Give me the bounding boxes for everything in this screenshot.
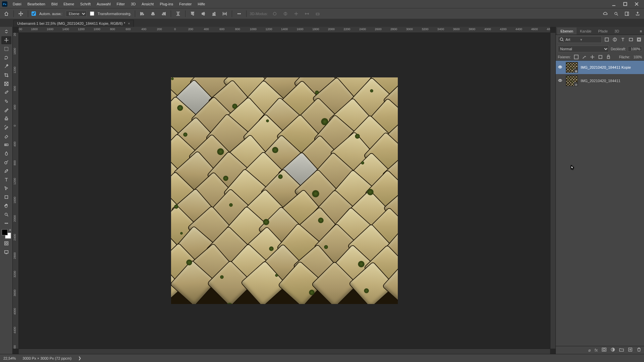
hand-tool[interactable]	[1, 202, 11, 210]
layer-row[interactable]: ▤ IMG_20210420_184411 Kopie	[556, 61, 644, 74]
history-brush-tool[interactable]	[1, 123, 11, 131]
filter-type-icon[interactable]	[620, 37, 626, 43]
menu-filter[interactable]: Filter	[114, 1, 127, 7]
layer-name[interactable]: IMG_20210420_184411 Kopie	[581, 65, 631, 69]
new-layer-icon[interactable]	[628, 347, 633, 353]
menu-bild[interactable]: Bild	[49, 1, 60, 7]
share-icon[interactable]	[634, 10, 641, 17]
eraser-tool[interactable]	[1, 132, 11, 140]
swap-colors-icon[interactable]: ⤭	[9, 228, 11, 232]
layer-filter-dropdown[interactable]: ▾	[558, 36, 602, 43]
layer-thumbnail[interactable]: ▤	[566, 75, 578, 86]
auto-select-checkbox[interactable]	[32, 11, 36, 16]
quickmask-tool[interactable]	[1, 239, 11, 247]
zoom-level[interactable]: 22,54%	[3, 356, 16, 360]
window-restore-button[interactable]	[620, 1, 631, 7]
lock-artboard-icon[interactable]	[598, 55, 603, 59]
group-icon[interactable]	[619, 347, 624, 353]
tab-pfade[interactable]: Pfade	[595, 27, 611, 35]
layer-fx-icon[interactable]: fx	[595, 348, 598, 353]
align-left-icon[interactable]	[139, 10, 146, 17]
screenmode-tool[interactable]	[1, 248, 11, 256]
path-select-tool[interactable]	[1, 184, 11, 192]
lasso-tool[interactable]	[1, 54, 11, 62]
stamp-tool[interactable]	[1, 115, 11, 123]
document-tab[interactable]: Unbenannt-1 bei 22,5% (IMG_20210420_1844…	[13, 20, 134, 27]
blur-tool[interactable]	[1, 149, 11, 158]
visibility-toggle-icon[interactable]	[558, 65, 563, 70]
vertical-scrollbar[interactable]	[550, 33, 555, 349]
dodge-tool[interactable]	[1, 158, 11, 166]
canvas-viewport[interactable]	[19, 33, 550, 349]
move-tool[interactable]	[1, 36, 11, 44]
cloud-docs-icon[interactable]	[602, 10, 609, 17]
workspace-icon[interactable]	[623, 10, 631, 17]
window-minimize-button[interactable]	[608, 1, 619, 7]
shape-tool[interactable]	[1, 193, 11, 201]
menu-ebene[interactable]: Ebene	[61, 1, 77, 7]
more-align-icon[interactable]	[235, 10, 243, 17]
layer-filter-input[interactable]	[566, 38, 579, 42]
add-mask-icon[interactable]	[602, 347, 606, 353]
filter-adjust-icon[interactable]	[612, 37, 618, 43]
align-vcenter-icon[interactable]	[200, 10, 207, 17]
collapse-toolbox-icon[interactable]	[1, 27, 11, 36]
color-swatches[interactable]: ⤭	[2, 229, 11, 239]
align-bottom-icon[interactable]	[210, 10, 218, 17]
tab-kanaele[interactable]: Kanäle	[577, 27, 595, 35]
menu-datei[interactable]: Datei	[10, 1, 24, 7]
document-info[interactable]: 3000 Px × 3000 Px (72 ppcm)	[22, 356, 71, 360]
crop-tool[interactable]	[1, 71, 11, 79]
menu-3d[interactable]: 3D	[128, 1, 138, 7]
visibility-toggle-icon[interactable]	[558, 78, 563, 83]
fill-value[interactable]: 100%	[633, 55, 642, 59]
edit-toolbar-icon[interactable]	[1, 219, 11, 227]
eyedropper-tool[interactable]	[1, 88, 11, 97]
filter-smart-icon[interactable]	[636, 37, 642, 43]
align-hcenter-icon[interactable]	[149, 10, 157, 17]
filter-pixel-icon[interactable]	[604, 37, 610, 43]
menu-auswahl[interactable]: Auswahl	[94, 1, 113, 7]
zoom-tool[interactable]	[1, 210, 11, 219]
heal-tool[interactable]	[1, 97, 11, 105]
pen-tool[interactable]	[1, 167, 11, 175]
distribute-h-icon[interactable]	[174, 10, 182, 17]
canvas-image[interactable]	[171, 77, 398, 304]
menu-ansicht[interactable]: Ansicht	[139, 1, 156, 7]
auto-select-target-dropdown[interactable]: Ebene	[66, 11, 87, 17]
home-icon[interactable]	[3, 10, 10, 17]
menu-schrift[interactable]: Schrift	[77, 1, 93, 7]
magic-wand-tool[interactable]	[1, 62, 11, 70]
link-layers-icon[interactable]: ⌀	[588, 348, 591, 353]
close-document-icon[interactable]: ×	[128, 21, 130, 25]
brush-tool[interactable]	[1, 106, 11, 114]
panel-menu-icon[interactable]: ≡	[638, 28, 644, 35]
tab-3d[interactable]: 3D	[611, 27, 623, 35]
align-top-icon[interactable]	[189, 10, 196, 17]
menu-bearbeiten[interactable]: Bearbeiten	[25, 1, 48, 7]
blend-mode-dropdown[interactable]: Normal	[558, 46, 609, 52]
adjustment-layer-icon[interactable]	[610, 347, 615, 353]
status-chevron-icon[interactable]: ❯	[78, 356, 81, 360]
menu-fenster[interactable]: Fenster	[176, 1, 194, 7]
delete-layer-icon[interactable]	[637, 347, 641, 353]
foreground-color-swatch[interactable]	[2, 229, 8, 235]
layer-row[interactable]: ▤ IMG_20210420_184411	[556, 74, 644, 87]
type-tool[interactable]	[1, 176, 11, 184]
transform-controls-checkbox[interactable]	[90, 11, 94, 16]
search-icon[interactable]	[612, 10, 620, 17]
filter-shape-icon[interactable]	[628, 37, 634, 43]
distribute-v-icon[interactable]	[221, 10, 228, 17]
window-close-button[interactable]	[631, 1, 642, 7]
frame-tool[interactable]	[1, 80, 11, 88]
gradient-tool[interactable]	[1, 141, 11, 149]
lock-all-icon[interactable]	[606, 55, 611, 59]
marquee-tool[interactable]	[1, 45, 11, 53]
lock-pixels-icon[interactable]	[582, 55, 587, 59]
vertical-ruler[interactable]: 2000160012008004000400800120016002000240…	[13, 33, 19, 349]
menu-plugins[interactable]: Plug-ins	[157, 1, 176, 7]
layer-thumbnail[interactable]: ▤	[566, 62, 578, 73]
horizontal-scrollbar[interactable]	[19, 349, 550, 354]
opacity-value[interactable]: 100%	[628, 46, 642, 52]
align-right-icon[interactable]	[160, 10, 167, 17]
